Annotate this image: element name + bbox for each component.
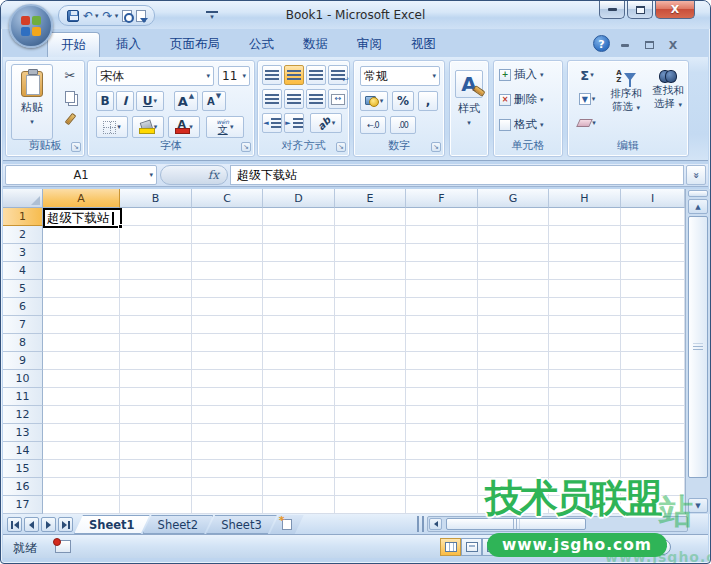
insert-cells-button[interactable]: +插入▾ <box>499 67 544 82</box>
cell-g13[interactable] <box>478 424 549 442</box>
column-header-e[interactable]: E <box>335 189 406 208</box>
cell-f17[interactable] <box>406 496 478 514</box>
accounting-format-button[interactable]: ▾ <box>360 91 388 111</box>
cell-c8[interactable] <box>192 334 263 352</box>
cell-g3[interactable] <box>478 244 549 262</box>
cell-i10[interactable] <box>621 370 685 388</box>
decrease-indent-button[interactable]: ◄ <box>262 113 282 133</box>
align-top-button[interactable] <box>262 65 282 85</box>
cell-a2[interactable] <box>43 226 120 244</box>
ribbon-tab-data[interactable]: 数据 <box>290 32 341 57</box>
cell-d4[interactable] <box>263 262 335 280</box>
cell-g6[interactable] <box>478 298 549 316</box>
row-header-4[interactable]: 4 <box>3 262 43 280</box>
select-all-corner[interactable] <box>3 189 43 208</box>
cell-a4[interactable] <box>43 262 120 280</box>
last-sheet-button[interactable] <box>58 517 73 532</box>
cell-e7[interactable] <box>335 316 406 334</box>
ribbon-tab-review[interactable]: 审阅 <box>344 32 395 57</box>
fill-handle[interactable] <box>118 224 123 229</box>
borders-button[interactable]: ▾ <box>96 116 128 138</box>
cell-e5[interactable] <box>335 280 406 298</box>
column-header-i[interactable]: I <box>621 189 685 208</box>
cell-c5[interactable] <box>192 280 263 298</box>
cell-c15[interactable] <box>192 460 263 478</box>
print-preview-icon[interactable] <box>122 10 132 22</box>
fill-color-button[interactable]: ▾ <box>132 116 164 138</box>
underline-button[interactable]: U▾ <box>136 91 164 111</box>
cell-i8[interactable] <box>621 334 685 352</box>
cell-i3[interactable] <box>621 244 685 262</box>
cell-h14[interactable] <box>549 442 621 460</box>
cell-d11[interactable] <box>263 388 335 406</box>
decrease-decimal-button[interactable]: .00 <box>390 116 416 134</box>
cell-g14[interactable] <box>478 442 549 460</box>
cell-d2[interactable] <box>263 226 335 244</box>
align-center-button[interactable] <box>284 89 304 109</box>
orientation-button[interactable]: ab▾ <box>310 113 342 133</box>
row-header-12[interactable]: 12 <box>3 406 43 424</box>
cell-c13[interactable] <box>192 424 263 442</box>
cell-b15[interactable] <box>120 460 192 478</box>
cell-a13[interactable] <box>43 424 120 442</box>
align-bottom-button[interactable] <box>306 65 326 85</box>
cell-c11[interactable] <box>192 388 263 406</box>
page-layout-view-button[interactable] <box>461 538 482 556</box>
cell-e10[interactable] <box>335 370 406 388</box>
minimize-button[interactable] <box>599 1 625 19</box>
cell-e2[interactable] <box>335 226 406 244</box>
cell-h3[interactable] <box>549 244 621 262</box>
row-header-11[interactable]: 11 <box>3 388 43 406</box>
cell-i14[interactable] <box>621 442 685 460</box>
cell-g8[interactable] <box>478 334 549 352</box>
cell-b11[interactable] <box>120 388 192 406</box>
cell-a16[interactable] <box>43 478 120 496</box>
cell-i7[interactable] <box>621 316 685 334</box>
name-box-dropdown-icon[interactable]: ▾ <box>149 171 153 179</box>
cell-b14[interactable] <box>120 442 192 460</box>
column-header-b[interactable]: B <box>120 189 192 208</box>
sheet-tab-sheet1[interactable]: Sheet1 <box>74 515 150 534</box>
close-button[interactable]: X <box>655 1 695 19</box>
cell-g11[interactable] <box>478 388 549 406</box>
cell-d12[interactable] <box>263 406 335 424</box>
cell-f8[interactable] <box>406 334 478 352</box>
row-header-15[interactable]: 15 <box>3 460 43 478</box>
ribbon-tab-home[interactable]: 开始 <box>47 32 100 57</box>
column-header-c[interactable]: C <box>192 189 263 208</box>
comma-style-button[interactable]: , <box>418 91 438 111</box>
cell-d8[interactable] <box>263 334 335 352</box>
cell-a14[interactable] <box>43 442 120 460</box>
row-header-10[interactable]: 10 <box>3 370 43 388</box>
cell-c1[interactable] <box>192 208 263 226</box>
percent-style-button[interactable]: % <box>392 91 414 111</box>
number-format-combo[interactable]: 常规▾ <box>360 66 440 86</box>
cell-b8[interactable] <box>120 334 192 352</box>
cell-e11[interactable] <box>335 388 406 406</box>
cell-f13[interactable] <box>406 424 478 442</box>
cell-a6[interactable] <box>43 298 120 316</box>
cell-f14[interactable] <box>406 442 478 460</box>
cell-g12[interactable] <box>478 406 549 424</box>
font-color-button[interactable]: A▾ <box>168 116 200 138</box>
cell-b16[interactable] <box>120 478 192 496</box>
cell-e17[interactable] <box>335 496 406 514</box>
cell-e16[interactable] <box>335 478 406 496</box>
cell-b7[interactable] <box>120 316 192 334</box>
row-header-13[interactable]: 13 <box>3 424 43 442</box>
cell-f11[interactable] <box>406 388 478 406</box>
tab-split-handle[interactable] <box>417 516 424 532</box>
cell-f1[interactable] <box>406 208 478 226</box>
row-header-2[interactable]: 2 <box>3 226 43 244</box>
cell-h9[interactable] <box>549 352 621 370</box>
cell-d10[interactable] <box>263 370 335 388</box>
cell-h2[interactable] <box>549 226 621 244</box>
undo-dropdown-icon[interactable]: ▾ <box>95 12 99 20</box>
cell-b6[interactable] <box>120 298 192 316</box>
cell-a15[interactable] <box>43 460 120 478</box>
cell-h7[interactable] <box>549 316 621 334</box>
styles-button[interactable]: A 样式 ▾ <box>452 63 486 153</box>
cell-h5[interactable] <box>549 280 621 298</box>
customize-qat-icon[interactable]: ▾ <box>206 11 218 21</box>
autosum-button[interactable]: Σ▾ <box>572 65 602 85</box>
